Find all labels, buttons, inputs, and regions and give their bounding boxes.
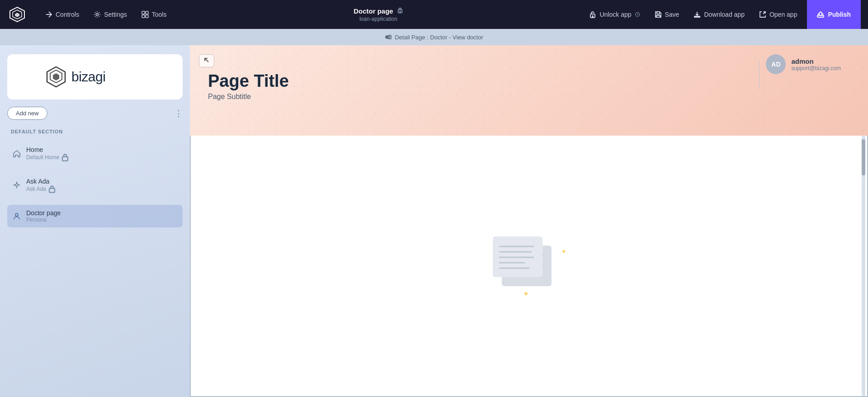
lock-icon: [48, 185, 56, 193]
download-app-button[interactable]: Download app: [687, 7, 751, 22]
sidebar-item-doctorpage[interactable]: Doctor page Persona: [7, 205, 183, 227]
top-nav: Controls Settings Tools Doctor page loan…: [0, 0, 868, 29]
empty-state-container: [191, 136, 867, 396]
nav-page-title: Doctor page: [354, 7, 403, 15]
scrollbar-thumb: [862, 139, 865, 175]
sparkle-icon: [13, 181, 21, 189]
lock-icon: [61, 153, 69, 161]
canvas: AD admon support@bizagi.com Page Title P…: [190, 45, 868, 397]
svg-rect-26: [62, 157, 68, 161]
nav-page-sub: loan-application: [359, 16, 397, 22]
svg-point-17: [387, 37, 387, 38]
svg-rect-4: [142, 11, 145, 14]
page-title: Page Title: [208, 71, 850, 91]
svg-text:bizagi: bizagi: [71, 69, 105, 84]
settings-button[interactable]: Settings: [86, 7, 134, 22]
user-name: admon: [791, 57, 841, 65]
svg-rect-7: [146, 15, 148, 18]
publish-button[interactable]: Publish: [807, 0, 861, 29]
page-subtitle: Page Subtitle: [208, 93, 850, 101]
scrollbar[interactable]: [862, 136, 865, 396]
nav-right-actions: Unlock app Save Download app Open app: [583, 7, 803, 22]
svg-point-28: [15, 213, 18, 216]
sidebar-item-home[interactable]: Home Default Home: [7, 142, 183, 166]
tools-button[interactable]: Tools: [134, 7, 174, 22]
canvas-content: [190, 136, 868, 397]
svg-rect-15: [817, 15, 824, 17]
svg-rect-14: [656, 15, 660, 17]
collapse-panel-button[interactable]: [199, 54, 214, 67]
more-options-icon[interactable]: ⋮: [175, 109, 183, 118]
svg-rect-5: [146, 11, 148, 14]
svg-point-9: [400, 11, 401, 12]
user-email: support@bizagi.com: [791, 65, 841, 71]
sidebar: bizagi Add new ⋮ DEFAULT SECTION Home De…: [0, 45, 190, 397]
open-app-button[interactable]: Open app: [753, 7, 804, 22]
controls-button[interactable]: Controls: [38, 7, 86, 22]
home-icon: [13, 150, 21, 158]
svg-marker-2: [15, 13, 19, 17]
unlock-app-button[interactable]: Unlock app: [583, 7, 646, 22]
sidebar-logo: bizagi: [7, 54, 183, 99]
sidebar-controls: Add new ⋮: [7, 107, 183, 120]
nav-center-info: Doctor page loan-application: [174, 7, 583, 22]
svg-point-11: [592, 16, 593, 17]
svg-rect-6: [142, 15, 145, 18]
breadcrumb-bar: Detail Page : Doctor - View doctor: [0, 29, 868, 45]
breadcrumb-text: Detail Page : Doctor - View doctor: [395, 34, 483, 41]
sidebar-item-askada[interactable]: Ask Ada Ask Ada: [7, 173, 183, 198]
add-new-button[interactable]: Add new: [7, 107, 47, 120]
canvas-header: AD admon support@bizagi.com Page Title P…: [190, 45, 868, 136]
empty-state-illustration: [488, 232, 570, 300]
app-logo: [7, 5, 27, 24]
persona-icon: [13, 212, 21, 220]
main-area: bizagi Add new ⋮ DEFAULT SECTION Home De…: [0, 45, 868, 397]
save-button[interactable]: Save: [648, 7, 686, 22]
svg-rect-27: [49, 189, 55, 193]
section-label: DEFAULT SECTION: [7, 129, 183, 134]
svg-marker-24: [53, 73, 59, 80]
svg-point-3: [96, 14, 99, 16]
svg-rect-13: [657, 12, 660, 14]
